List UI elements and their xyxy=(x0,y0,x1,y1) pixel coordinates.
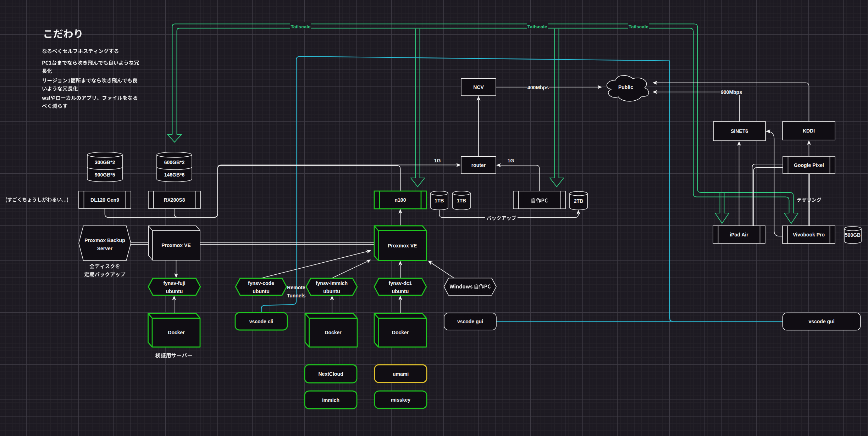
svg-text:fynsv-fuji: fynsv-fuji xyxy=(163,280,185,286)
svg-text:KDDI: KDDI xyxy=(803,128,815,134)
svg-text:Proxmox VE: Proxmox VE xyxy=(388,243,417,248)
svg-text:fynsv-dc1: fynsv-dc1 xyxy=(389,280,412,286)
svg-text:400Mbps: 400Mbps xyxy=(527,85,549,90)
svg-text:1TB: 1TB xyxy=(457,198,466,203)
svg-text:Proxmox Backup: Proxmox Backup xyxy=(84,237,125,243)
svg-text:vscode gui: vscode gui xyxy=(808,319,834,324)
svg-text:Public: Public xyxy=(618,84,633,90)
svg-text:Docker: Docker xyxy=(168,330,185,335)
svg-text:900GB*5: 900GB*5 xyxy=(95,172,115,178)
svg-text:Docker: Docker xyxy=(325,330,342,335)
svg-text:900Mbps: 900Mbps xyxy=(721,89,742,95)
svg-text:vscode gui: vscode gui xyxy=(457,319,483,324)
svg-text:500GB: 500GB xyxy=(845,232,861,238)
svg-text:Proxmox VE: Proxmox VE xyxy=(161,242,190,248)
svg-text:Google Pixel: Google Pixel xyxy=(794,162,824,168)
svg-text:300GB*2: 300GB*2 xyxy=(95,160,115,165)
svg-text:NextCloud: NextCloud xyxy=(319,371,343,377)
svg-text:ubuntu: ubuntu xyxy=(253,289,269,294)
svg-text:misskey: misskey xyxy=(391,397,410,403)
svg-text:ubuntu: ubuntu xyxy=(323,289,340,294)
svg-text:immich: immich xyxy=(322,397,339,403)
svg-text:146GB*6: 146GB*6 xyxy=(164,172,185,178)
svg-text:Tailscale: Tailscale xyxy=(527,24,547,29)
svg-text:ubuntu: ubuntu xyxy=(166,289,183,294)
svg-text:Tunnels: Tunnels xyxy=(287,293,306,298)
svg-text:umami: umami xyxy=(393,371,409,377)
svg-text:iPad Air: iPad Air xyxy=(730,232,748,237)
svg-text:router: router xyxy=(471,162,486,168)
svg-text:Remote: Remote xyxy=(287,285,305,290)
svg-text:DL120 Gen9: DL120 Gen9 xyxy=(90,197,119,203)
svg-text:2TB: 2TB xyxy=(574,198,583,204)
svg-text:Server: Server xyxy=(97,246,113,251)
svg-text:SINET6: SINET6 xyxy=(731,128,748,134)
svg-text:vscode cli: vscode cli xyxy=(249,319,273,324)
svg-text:1G: 1G xyxy=(508,158,514,163)
svg-text:RX200S8: RX200S8 xyxy=(164,197,185,203)
svg-text:Docker: Docker xyxy=(392,330,409,335)
svg-text:NCV: NCV xyxy=(473,84,484,90)
svg-text:ubuntu: ubuntu xyxy=(392,289,409,294)
svg-text:600GB*2: 600GB*2 xyxy=(164,160,185,165)
svg-text:Vivobook Pro: Vivobook Pro xyxy=(793,232,825,237)
svg-text:Tailscale: Tailscale xyxy=(291,24,311,29)
svg-text:fynsv-immich: fynsv-immich xyxy=(316,280,348,286)
svg-text:Tailscale: Tailscale xyxy=(629,24,649,29)
svg-text:1TB: 1TB xyxy=(435,198,444,203)
svg-text:fynsv-code: fynsv-code xyxy=(248,280,274,286)
svg-text:n100: n100 xyxy=(395,197,406,203)
svg-text:1G: 1G xyxy=(434,158,441,163)
